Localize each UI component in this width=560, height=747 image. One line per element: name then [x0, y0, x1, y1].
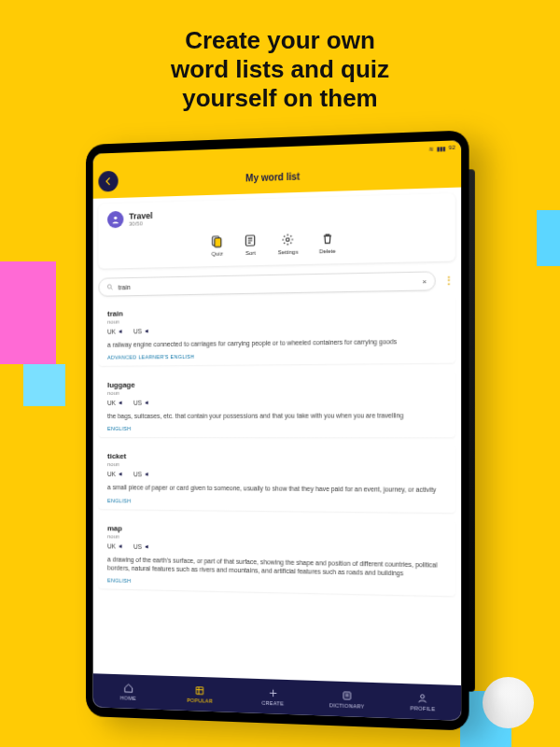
pron-us[interactable]: US: [133, 400, 150, 406]
decor-cyan-right: [537, 210, 560, 266]
entry-definition: the bags, suitcases, etc. that contain y…: [107, 411, 445, 420]
quiz-button[interactable]: Quiz: [211, 234, 224, 257]
settings-button[interactable]: Settings: [278, 233, 299, 255]
back-button[interactable]: [98, 171, 118, 192]
pron-uk[interactable]: UK: [107, 400, 124, 406]
tablet-frame: ≋ ▮▮▮ 92 My word list: [86, 130, 469, 730]
speaker-icon: [119, 472, 125, 478]
nav-icon: [342, 690, 352, 701]
sort-button[interactable]: Sort: [245, 233, 258, 256]
svg-point-5: [107, 285, 111, 289]
nav-icon: [268, 687, 278, 698]
entry-word: ticket: [107, 452, 445, 461]
trash-icon: [321, 232, 334, 246]
entry-definition: a drawing of the earth's surface, or par…: [107, 555, 445, 578]
word-entry[interactable]: ticketnounUK US a small piece of paper o…: [98, 444, 455, 512]
entry-source: ENGLISH: [107, 577, 445, 589]
wordlist-name: Travel: [129, 211, 152, 221]
more-button[interactable]: ⋮: [441, 272, 455, 289]
speaker-icon: [145, 400, 151, 406]
svg-point-4: [287, 238, 290, 242]
nav-icon: [195, 684, 205, 696]
speaker-icon: [145, 543, 151, 549]
sort-icon: [245, 233, 258, 247]
entry-source: ENGLISH: [107, 426, 445, 431]
wordlist-card: Travel 30/50 Quiz Sort: [98, 193, 455, 269]
entry-pos: noun: [107, 388, 445, 396]
speaker-icon: [119, 543, 125, 549]
entry-source: ENGLISH: [107, 498, 445, 507]
word-entry[interactable]: mapnounUK US a drawing of the earth's su…: [98, 516, 455, 597]
nav-profile[interactable]: PROFILE: [385, 683, 461, 720]
battery-indicator: 92: [449, 145, 455, 151]
search-query: train: [119, 278, 418, 290]
decor-sphere: [483, 677, 534, 728]
entry-word: luggage: [107, 379, 445, 389]
svg-rect-2: [215, 238, 221, 247]
pron-us[interactable]: US: [133, 328, 150, 334]
pron-uk[interactable]: UK: [107, 543, 124, 549]
pron-uk[interactable]: UK: [107, 471, 124, 477]
entry-source: ADVANCED LEARNER'S ENGLISH: [107, 351, 445, 360]
avatar: [107, 211, 123, 229]
nav-icon: [417, 692, 427, 703]
clear-search-button[interactable]: ×: [422, 276, 427, 286]
nav-popular[interactable]: POPULAR: [164, 676, 236, 712]
delete-button[interactable]: Delete: [319, 232, 336, 254]
speaker-icon: [119, 400, 125, 406]
pron-us[interactable]: US: [133, 543, 150, 549]
nav-dictionary[interactable]: DICTIONARY: [310, 681, 385, 718]
entry-pos: noun: [107, 461, 445, 469]
gear-icon: [282, 233, 295, 247]
svg-point-7: [421, 694, 425, 698]
chevron-left-icon: [104, 176, 113, 186]
search-icon: [106, 283, 114, 290]
svg-point-0: [114, 217, 117, 219]
word-entry[interactable]: trainnounUK US a railway engine connecte…: [98, 296, 455, 366]
nav-icon: [123, 683, 133, 693]
nav-create[interactable]: CREATE: [236, 678, 310, 715]
entry-definition: a railway engine connected to carriages …: [107, 336, 445, 349]
decor-pink: [0, 261, 56, 364]
wordlist-count: 30/50: [129, 220, 152, 227]
search-input[interactable]: train ×: [98, 271, 435, 296]
wifi-icon: ≋: [429, 145, 434, 152]
promo-headline: Create your own word lists and quiz your…: [0, 26, 560, 114]
speaker-icon: [119, 328, 125, 334]
user-icon: [111, 215, 120, 224]
speaker-icon: [145, 472, 151, 478]
nav-home[interactable]: HOME: [93, 673, 164, 710]
entry-definition: a small piece of paper or card given to …: [107, 484, 445, 495]
signal-icon: ▮▮▮: [437, 144, 445, 151]
pron-us[interactable]: US: [133, 472, 150, 478]
speaker-icon: [145, 328, 151, 334]
quiz-icon: [211, 234, 224, 248]
pron-uk[interactable]: UK: [107, 328, 124, 334]
page-title: My word list: [245, 171, 300, 183]
decor-cyan-left: [23, 364, 65, 406]
word-entry[interactable]: luggagenounUK US the bags, suitcases, et…: [98, 371, 455, 438]
